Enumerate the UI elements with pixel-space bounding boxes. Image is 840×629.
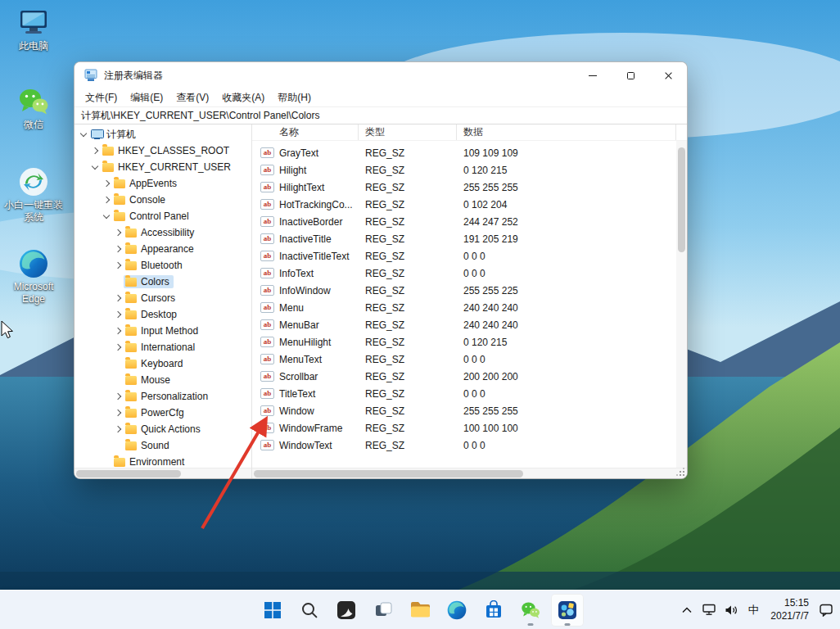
chevron-right-icon[interactable] [101, 178, 112, 189]
minimize-button[interactable] [574, 62, 612, 88]
tree-node[interactable]: HKEY_CURRENT_USER [101, 161, 235, 174]
desktop-icon-edge[interactable]: Microsoft Edge [2, 249, 65, 305]
tree-node[interactable]: Mouse [124, 373, 174, 387]
tree-item-appearance[interactable]: Appearance [75, 241, 251, 257]
active-app-button[interactable] [551, 594, 584, 627]
tree-item-hkey-classes-root[interactable]: HKEY_CLASSES_ROOT [75, 143, 251, 159]
tree-item-mouse[interactable]: Mouse [75, 372, 251, 388]
tree-node[interactable]: 计算机 [89, 127, 140, 143]
tree-item-powercfg[interactable]: PowerCfg [75, 405, 251, 421]
chevron-down-icon[interactable] [89, 161, 101, 173]
registry-value-row-windowframe[interactable]: abWindowFrameREG_SZ100 100 100 [252, 419, 687, 437]
chevron-right-icon[interactable] [112, 391, 124, 402]
chevron-down-icon[interactable] [101, 210, 112, 222]
value-name-cell[interactable]: abWindowText [252, 440, 359, 451]
registry-value-row-scrollbar[interactable]: abScrollbarREG_SZ200 200 200 [252, 368, 687, 385]
column-header-type[interactable]: 类型 [359, 124, 457, 140]
registry-value-row-titletext[interactable]: abTitleTextREG_SZ0 0 0 [252, 385, 687, 402]
file-explorer-button[interactable] [404, 594, 436, 627]
tree-node[interactable]: Personalization [124, 390, 212, 403]
network-button[interactable] [698, 594, 720, 627]
tree-node[interactable]: Appearance [124, 242, 198, 256]
desktop-icon-this-pc[interactable]: 此电脑 [2, 8, 65, 52]
tree-node[interactable]: AppEvents [112, 177, 181, 190]
value-name-cell[interactable]: abMenuText [252, 354, 359, 365]
chevron-right-icon[interactable] [112, 243, 124, 255]
maximize-button[interactable] [612, 62, 649, 88]
chevron-right-icon[interactable] [112, 342, 124, 353]
tree-item-keyboard[interactable]: Keyboard [75, 355, 251, 372]
tree-node[interactable]: Environment [112, 455, 188, 468]
input-method-indicator[interactable]: 中 [743, 594, 764, 627]
close-button[interactable] [649, 62, 687, 88]
task-view-button[interactable] [367, 594, 400, 627]
value-name-cell[interactable]: abInactiveTitle [252, 233, 359, 245]
scrollbar-thumb[interactable] [678, 147, 685, 252]
tree-item-quick-actions[interactable]: Quick Actions [75, 421, 251, 437]
registry-value-row-graytext[interactable]: abGrayTextREG_SZ109 109 109 [252, 144, 687, 161]
value-name-cell[interactable]: abInfoText [252, 268, 359, 279]
value-name-cell[interactable]: abScrollbar [252, 371, 359, 382]
hidden-icons-button[interactable] [676, 594, 698, 627]
value-name-cell[interactable]: abWindowFrame [252, 423, 359, 434]
value-name-cell[interactable]: abInactiveBorder [252, 216, 359, 228]
menu-item-1[interactable]: 编辑(E) [124, 88, 169, 106]
value-name-cell[interactable]: abMenu [252, 302, 359, 314]
tree-item-personalization[interactable]: Personalization [75, 388, 251, 405]
value-name-cell[interactable]: abInactiveTitleText [252, 251, 359, 262]
value-name-cell[interactable]: abHilightText [252, 182, 359, 193]
chevron-right-icon[interactable] [112, 325, 124, 337]
tree-item-cursors[interactable]: Cursors [75, 290, 251, 306]
chevron-right-icon[interactable] [101, 194, 112, 206]
notification-center-button[interactable] [815, 594, 837, 627]
registry-value-row-hilight[interactable]: abHilightREG_SZ0 120 215 [252, 161, 687, 179]
registry-value-row-inactivetitletext[interactable]: abInactiveTitleTextREG_SZ0 0 0 [252, 247, 687, 265]
tree-node[interactable]: Control Panel [112, 210, 193, 223]
registry-value-row-inactiveborder[interactable]: abInactiveBorderREG_SZ244 247 252 [252, 213, 687, 230]
tree-node[interactable]: Keyboard [124, 357, 187, 370]
registry-value-row-menubar[interactable]: abMenuBarREG_SZ240 240 240 [252, 316, 687, 333]
value-name-cell[interactable]: abTitleText [252, 388, 359, 400]
registry-value-row-menuhilight[interactable]: abMenuHilightREG_SZ0 120 215 [252, 333, 687, 351]
menu-item-2[interactable]: 查看(V) [169, 88, 215, 106]
tree-node[interactable]: HKEY_CLASSES_ROOT [101, 144, 233, 157]
taskbar-clock[interactable]: 15:15 2021/7/7 [765, 597, 815, 622]
registry-value-row-hottrackingco-[interactable]: abHotTrackingCo...REG_SZ0 102 204 [252, 196, 687, 213]
tree-node[interactable]: Sound [124, 439, 174, 452]
tree-item-control-panel[interactable]: Control Panel [75, 208, 251, 224]
tree-item-node-0[interactable]: 计算机 [75, 126, 251, 143]
tree-node[interactable]: Console [112, 193, 169, 206]
chevron-right-icon[interactable] [112, 227, 124, 238]
tree-node[interactable]: Accessibility [124, 226, 198, 239]
registry-value-row-infowindow[interactable]: abInfoWindowREG_SZ255 255 225 [252, 282, 687, 299]
desktop-icon-wechat[interactable]: 微信 [2, 87, 65, 131]
tree-item-colors[interactable]: Colors [75, 274, 251, 290]
tree-item-appevents[interactable]: AppEvents [75, 175, 251, 192]
wechat-button[interactable] [514, 594, 547, 627]
chevron-right-icon[interactable] [112, 309, 124, 320]
menu-item-3[interactable]: 收藏夹(A) [215, 88, 271, 106]
list-vertical-scrollbar[interactable] [676, 141, 687, 468]
value-name-cell[interactable]: abInfoWindow [252, 285, 359, 296]
value-name-cell[interactable]: abGrayText [252, 147, 359, 159]
column-header-name[interactable]: 名称 [252, 124, 359, 140]
value-name-cell[interactable]: abHotTrackingCo... [252, 199, 359, 210]
registry-value-row-menu[interactable]: abMenuREG_SZ240 240 240 [252, 299, 687, 316]
value-name-cell[interactable]: abMenuBar [252, 319, 359, 331]
chevron-right-icon[interactable] [112, 292, 124, 304]
scrollbar-thumb[interactable] [254, 470, 523, 477]
tree-node[interactable]: Colors [124, 275, 174, 288]
chevron-right-icon[interactable] [112, 423, 124, 435]
value-name-cell[interactable]: abHilight [252, 165, 359, 176]
menu-item-4[interactable]: 帮助(H) [271, 88, 318, 106]
value-name-cell[interactable]: abMenuHilight [252, 337, 359, 348]
search-button[interactable] [293, 594, 326, 627]
pinned-dark-app-button[interactable] [330, 594, 363, 627]
tree-node[interactable]: Quick Actions [124, 423, 205, 436]
tree-node[interactable]: Input Method [124, 324, 202, 337]
chevron-right-icon[interactable] [112, 260, 124, 271]
tree-node[interactable]: Desktop [124, 308, 181, 321]
chevron-right-icon[interactable] [112, 407, 124, 419]
tree-item-international[interactable]: International [75, 339, 251, 355]
tree-item-accessibility[interactable]: Accessibility [75, 224, 251, 241]
